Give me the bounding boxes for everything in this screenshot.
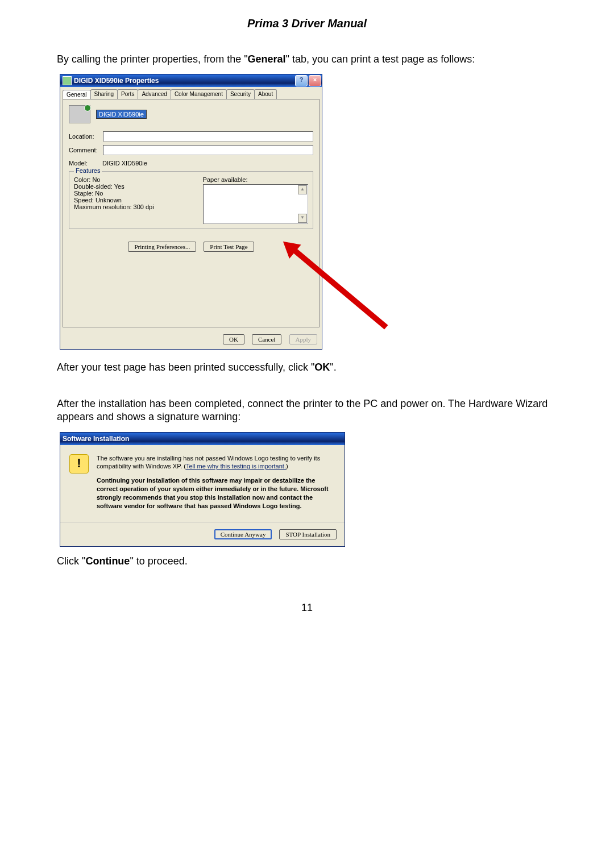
model-label: Model: — [69, 160, 101, 167]
ok-button[interactable]: OK — [223, 334, 244, 344]
text: ". — [330, 362, 336, 373]
printing-preferences-button[interactable]: Printing Preferences... — [128, 242, 196, 252]
continue-anyway-button[interactable]: Continue Anyway — [214, 529, 272, 539]
text-bold: General — [248, 53, 286, 65]
warning-bold-text: Continuing your installation of this sof… — [97, 476, 335, 510]
text-bold: OK — [314, 362, 330, 373]
software-installation-dialog: Software Installation The software you a… — [60, 432, 345, 547]
stop-installation-button[interactable]: STOP Installation — [279, 529, 337, 539]
warning-icon — [69, 454, 89, 474]
tab-about[interactable]: About — [254, 89, 277, 99]
printer-name-field[interactable]: DIGID XID590ie — [96, 110, 147, 119]
feature-max-resolution: Maximum resolution: 300 dpi — [74, 203, 203, 210]
help-button[interactable]: ? — [295, 75, 308, 86]
tab-security[interactable]: Security — [226, 89, 255, 99]
text: ) — [286, 463, 288, 470]
feature-speed: Speed: Unknown — [74, 197, 203, 203]
separator — [60, 522, 345, 522]
warning-text: The software you are installing has not … — [97, 454, 335, 510]
click-continue-paragraph: Click "Continue" to proceed. — [57, 555, 557, 568]
tell-me-why-link[interactable]: Tell me why this testing is important. — [186, 463, 286, 470]
scroll-up-icon[interactable]: ▲ — [298, 185, 307, 194]
tab-bar: General Sharing Ports Advanced Color Man… — [60, 87, 322, 99]
intro-paragraph: By calling the printer properties, from … — [57, 53, 557, 66]
text: " to proceed. — [130, 555, 187, 567]
comment-label: Comment: — [69, 147, 103, 153]
printer-title-icon — [63, 76, 72, 85]
features-legend: Features — [74, 167, 102, 174]
tab-panel-general: DIGID XID590ie Location: Comment: Model:… — [63, 99, 320, 327]
tab-advanced[interactable]: Advanced — [138, 89, 171, 99]
page-number: 11 — [57, 602, 557, 614]
dialog-button-row: OK Cancel Apply — [60, 330, 322, 349]
model-value: DIGID XID590ie — [102, 160, 147, 167]
text: By calling the printer properties, from … — [57, 53, 248, 65]
printer-properties-dialog: DIGID XID590ie Properties ? × General Sh… — [60, 74, 322, 350]
feature-staple: Staple: No — [74, 190, 203, 197]
after-test-paragraph: After your test page has been printed su… — [57, 361, 557, 374]
text-bold: Continue — [85, 555, 130, 567]
tab-ports[interactable]: Ports — [117, 89, 138, 99]
dialog-title: DIGID XID590ie Properties — [74, 77, 159, 85]
tab-general[interactable]: General — [63, 90, 91, 99]
print-test-page-button[interactable]: Print Test Page — [204, 242, 254, 252]
document-title: Prima 3 Driver Manual — [57, 17, 557, 30]
dialog-titlebar: Software Installation — [60, 433, 345, 445]
location-input[interactable] — [103, 131, 313, 142]
dialog-button-row: Continue Anyway STOP Installation — [60, 525, 345, 546]
close-button[interactable]: × — [309, 75, 321, 86]
text: After your test page has been printed su… — [57, 362, 314, 373]
connect-printer-paragraph: After the installation has been complete… — [57, 397, 557, 424]
cancel-button[interactable]: Cancel — [252, 334, 282, 344]
scroll-down-icon[interactable]: ▼ — [298, 214, 307, 223]
feature-double-sided: Double-sided: Yes — [74, 183, 203, 190]
paper-available-list[interactable]: ▲ ▼ — [203, 184, 308, 224]
dialog-titlebar: DIGID XID590ie Properties ? × — [60, 74, 322, 87]
tab-sharing[interactable]: Sharing — [90, 89, 118, 99]
properties-dialog-wrapper: DIGID XID590ie Properties ? × General Sh… — [57, 74, 398, 350]
tab-color-management[interactable]: Color Management — [171, 89, 227, 99]
apply-button: Apply — [289, 334, 318, 344]
comment-input[interactable] — [103, 145, 313, 155]
features-fieldset: Features Color: No Double-sided: Yes Sta… — [69, 171, 313, 229]
feature-color: Color: No — [74, 176, 203, 183]
text: " tab, you can print a test page as foll… — [286, 53, 475, 65]
paper-available-label: Paper available: — [203, 176, 308, 183]
printer-icon — [69, 105, 90, 123]
dialog-title: Software Installation — [63, 435, 129, 443]
location-label: Location: — [69, 133, 103, 140]
text: Click " — [57, 555, 85, 567]
